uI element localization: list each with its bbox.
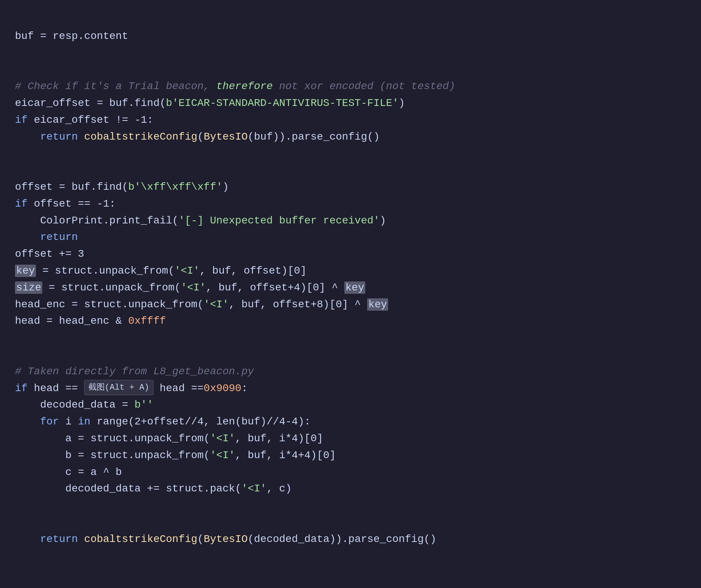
line-a: a = struct.unpack_from('<I', buf, i*4)[0… <box>15 433 323 444</box>
line-head: head = head_enc & 0xffff <box>15 315 166 327</box>
line-colorprint: ColorPrint.print_fail('[-] Unexpected bu… <box>15 215 386 226</box>
line-comment-2: # Taken directly from L8_get_beacon.py <box>15 366 254 377</box>
line-b: b = struct.unpack_from('<I', buf, i*4+4)… <box>15 450 336 461</box>
code-editor: buf = resp.content # Check if it's a Tri… <box>15 11 686 548</box>
line-for: for i in range(2+offset//4, len(buf)//4-… <box>15 416 311 427</box>
screenshot-tooltip: 截图(Alt + A) <box>84 380 153 395</box>
line-return-cobalt-2: return cobaltstrikeConfig(BytesIO(decode… <box>15 533 436 545</box>
line-return: return <box>15 231 78 243</box>
line-eicar-offset: eicar_offset = buf.find(b'EICAR-STANDARD… <box>15 97 405 109</box>
line-key: key = struct.unpack_from('<I', buf, offs… <box>15 265 307 277</box>
line-size: size = struct.unpack_from('<I', buf, off… <box>15 281 365 294</box>
line-c: c = a ^ b <box>15 466 122 478</box>
line-offset-plus3: offset += 3 <box>15 248 84 260</box>
line-if-offset: if offset == -1: <box>15 198 116 210</box>
line-decoded-data-plus: decoded_data += struct.pack('<I', c) <box>15 483 292 494</box>
line-decoded-data: decoded_data = b'' <box>15 399 153 411</box>
line-comment-1: # Check if it's a Trial beacon, therefor… <box>15 80 455 92</box>
line-if-eicar: if eicar_offset != -1: <box>15 114 153 126</box>
line-return-cobalt: return cobaltstrikeConfig(BytesIO(buf)).… <box>15 131 380 143</box>
line-1: buf = resp.content <box>15 30 128 42</box>
line-head-enc: head_enc = struct.unpack_from('<I', buf,… <box>15 298 388 311</box>
line-offset-find: offset = buf.find(b'\xff\xff\xff') <box>15 181 229 193</box>
line-if-head: if head == 截图(Alt + A) head ==0x9090: <box>15 383 248 394</box>
